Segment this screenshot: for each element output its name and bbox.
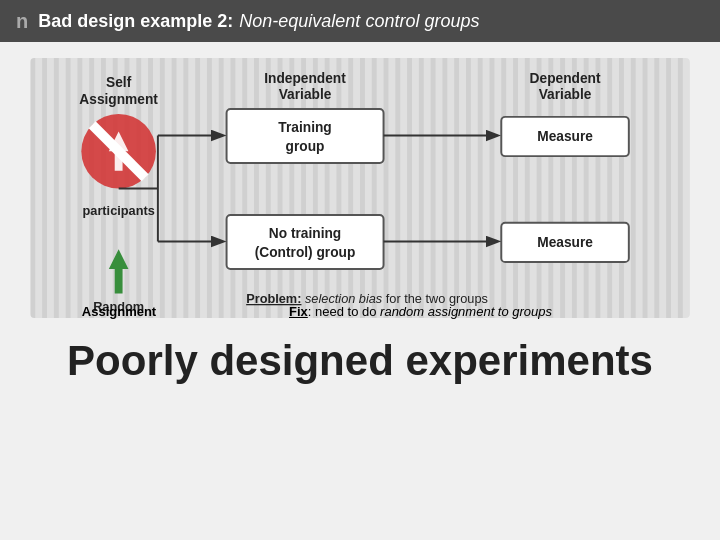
participants-label: participants	[83, 203, 155, 218]
fix-line: Fix: need to do random assignment to gro…	[289, 304, 552, 319]
random-assignment-text: Assignment	[79, 304, 159, 319]
svg-text:Variable: Variable	[279, 87, 332, 102]
content-area: Self Assignment participants Independent…	[0, 42, 720, 329]
measure-label-1: Measure	[537, 129, 593, 144]
fix-label: Fix	[289, 304, 308, 319]
diagram-svg: Self Assignment participants Independent…	[24, 58, 696, 318]
fix-colon: : need to do	[308, 304, 380, 319]
bullet: n	[16, 10, 28, 33]
self-assignment-label2: Assignment	[79, 92, 158, 107]
independent-variable-label: Independent	[264, 71, 346, 86]
svg-text:group: group	[286, 139, 325, 154]
training-group-box	[227, 109, 384, 163]
dependent-variable-label: Dependent	[530, 71, 601, 86]
no-training-text: No training	[269, 226, 341, 241]
measure-label-2: Measure	[537, 235, 593, 250]
svg-text:(Control) group: (Control) group	[255, 245, 356, 260]
fix-text-area: Fix: need to do random assignment to gro…	[289, 304, 552, 319]
bottom-title: Poorly designed experiments	[0, 337, 720, 385]
training-group-text: Training	[278, 120, 331, 135]
title-bar: n Bad design example 2: Non-equivalent c…	[0, 0, 720, 42]
title-italic: Non-equivalent control groups	[239, 11, 479, 32]
fix-italic: random assignment to groups	[380, 304, 552, 319]
slide: n Bad design example 2: Non-equivalent c…	[0, 0, 720, 540]
svg-text:Variable: Variable	[539, 87, 592, 102]
no-training-group-box	[227, 215, 384, 269]
title-normal: Bad design example 2:	[38, 11, 233, 32]
self-assignment-label: Self	[106, 75, 132, 90]
